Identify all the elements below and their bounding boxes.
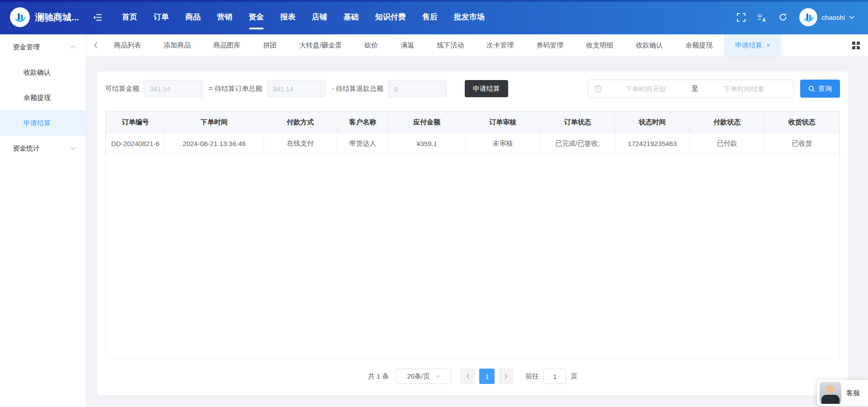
search-icon — [808, 85, 815, 92]
tab-label: 拼团 — [263, 41, 277, 50]
chevron-up-icon — [71, 45, 76, 49]
col-status-time: 状态时间 — [615, 112, 689, 133]
tab-card-pass[interactable]: 次卡管理 — [475, 34, 525, 56]
page-number-1[interactable]: 1 — [479, 369, 495, 384]
col-customer-name: 客户名称 — [337, 112, 388, 133]
nav-reports[interactable]: 报表 — [280, 0, 296, 34]
col-order-time: 下单时间 — [165, 112, 264, 133]
cell-order-status: 已完成/已签收; — [540, 133, 615, 154]
tab-label: 商品列表 — [114, 41, 141, 50]
refresh-icon[interactable] — [778, 13, 788, 22]
tab-offline-activity[interactable]: 线下活动 — [425, 34, 475, 56]
next-page-button[interactable] — [498, 369, 514, 384]
date-range-separator: 至 — [690, 85, 700, 93]
page: 澜驰商城... 首页 订单 商品 营销 资金 报表 店铺 基础 知识付费 售后 … — [0, 0, 868, 407]
tab-label: 收款确认 — [636, 41, 663, 50]
chevron-left-icon — [466, 374, 470, 379]
tab-label: 次卡管理 — [486, 41, 514, 50]
cell-order-time: 2024-08-21 13:36:46 — [165, 133, 264, 154]
pagination: 共 1 条 20条/页 1 前 — [105, 369, 840, 384]
cell-customer-name: 带货达人 — [337, 133, 388, 154]
order-time-end-input[interactable] — [700, 85, 788, 93]
date-range-picker[interactable]: 至 — [588, 80, 794, 98]
nav-shop[interactable]: 店铺 — [312, 0, 327, 34]
tab-goods-gallery[interactable]: 商品图库 — [202, 34, 252, 56]
tab-label: 收支明细 — [586, 41, 613, 50]
col-pay-method: 付款方式 — [264, 112, 337, 133]
order-time-start-input[interactable] — [602, 85, 690, 93]
cell-payment-status: 已付款 — [690, 133, 764, 154]
sidebar-group-funds-management[interactable]: 资金管理 — [0, 34, 86, 60]
col-delivery-status: 收货状态 — [764, 112, 840, 133]
cell-order-no: DD-20240821-6 — [106, 133, 165, 154]
sidebar-item-payment-confirm[interactable]: 收款确认 — [0, 60, 86, 85]
sidebar-item-balance-withdraw[interactable]: 余额提现 — [0, 85, 86, 110]
nav-orders[interactable]: 订单 — [154, 0, 169, 34]
sidebar-collapse-icon[interactable] — [93, 13, 102, 22]
app-title: 澜驰商城... — [35, 11, 79, 24]
tab-full-return[interactable]: 满返 — [389, 34, 425, 56]
cell-order-audit: 未审核 — [465, 133, 540, 154]
nav-knowledge-pay[interactable]: 知识付费 — [375, 0, 406, 34]
tab-add-goods[interactable]: 添加商品 — [152, 34, 202, 56]
tab-label: 添加商品 — [164, 41, 191, 50]
nav-basic[interactable]: 基础 — [344, 0, 359, 34]
fullscreen-icon[interactable] — [737, 13, 745, 22]
tab-coupon-code[interactable]: 券码管理 — [525, 34, 575, 56]
orders-table: 订单编号 下单时间 付款方式 客户名称 应付金额 订单审核 订单状态 状态时间 … — [106, 111, 840, 154]
tab-label: 大转盘/砸金蛋 — [299, 41, 342, 50]
tab-wheel-egg[interactable]: 大转盘/砸金蛋 — [288, 34, 353, 56]
customer-service-avatar — [820, 382, 841, 404]
page-size-value: 20条/页 — [407, 372, 430, 381]
nav-wholesale[interactable]: 批发市场 — [454, 0, 485, 34]
goto-label: 前往 — [525, 372, 539, 381]
tab-balance-withdraw[interactable]: 余额提现 — [674, 34, 724, 56]
goto-unit: 页 — [571, 372, 577, 381]
nav-aftersale[interactable]: 售后 — [422, 0, 438, 34]
username: chaoshi — [821, 14, 845, 21]
sidebar-item-label: 收款确认 — [24, 68, 51, 77]
tab-label: 余额提现 — [685, 41, 712, 50]
tab-income-expense[interactable]: 收支明细 — [575, 34, 624, 56]
nav-marketing[interactable]: 营销 — [217, 0, 232, 34]
language-switch-icon[interactable]: 中 A — [757, 13, 767, 22]
tabs-menu-grid-icon[interactable] — [852, 42, 860, 49]
settleable-amount-input — [144, 80, 203, 97]
tab-label: 商品图库 — [213, 41, 241, 50]
customer-service-widget[interactable]: 客服 — [817, 380, 868, 406]
page-size-select[interactable]: 20条/页 — [396, 369, 451, 384]
pending-order-total-input — [267, 80, 326, 97]
chevron-down-icon — [435, 375, 440, 378]
settleable-amount-label: 可结算金额 — [105, 85, 139, 93]
chevron-right-icon — [504, 374, 508, 379]
table-header-row: 订单编号 下单时间 付款方式 客户名称 应付金额 订单审核 订单状态 状态时间 … — [106, 112, 840, 133]
tabs-scroll-left-icon[interactable] — [89, 42, 103, 48]
nav-funds[interactable]: 资金 — [249, 0, 264, 34]
sidebar-item-apply-settlement[interactable]: 申请结算 — [0, 110, 86, 136]
nav-goods[interactable]: 商品 — [185, 0, 201, 34]
nav-home[interactable]: 首页 — [122, 0, 137, 34]
sidebar-group-funds-stats[interactable]: 资金统计 — [0, 136, 86, 161]
sidebar: 资金管理 收款确认 余额提现 申请结算 资金统计 — [0, 34, 86, 407]
apply-settlement-button[interactable]: 申请结算 — [465, 80, 508, 97]
svg-text:A: A — [762, 17, 766, 22]
col-order-status: 订单状态 — [540, 112, 615, 133]
tab-apply-settlement[interactable]: 申请结算 × — [724, 34, 781, 56]
top-navbar: 澜驰商城... 首页 订单 商品 营销 资金 报表 店铺 基础 知识付费 售后 … — [0, 0, 868, 34]
main-nav: 首页 订单 商品 营销 资金 报表 店铺 基础 知识付费 售后 批发市场 — [122, 0, 485, 34]
customer-service-label: 客服 — [846, 389, 860, 398]
tab-bargain[interactable]: 砍价 — [353, 34, 389, 56]
tab-payment-confirm[interactable]: 收款确认 — [624, 34, 674, 56]
navbar-actions: 中 A chaoshi — [737, 8, 854, 26]
tab-group-buy[interactable]: 拼团 — [252, 34, 288, 56]
col-payment-status: 付款状态 — [690, 112, 764, 133]
cell-status-time: 1724219235463 — [615, 133, 689, 154]
clock-icon — [594, 85, 602, 93]
close-icon[interactable]: × — [766, 42, 770, 48]
goto-page-input[interactable] — [543, 369, 566, 384]
tab-label: 申请结算 — [735, 41, 762, 50]
prev-page-button[interactable] — [460, 369, 476, 384]
query-button[interactable]: 查询 — [800, 80, 840, 98]
tab-goods-list[interactable]: 商品列表 — [103, 34, 152, 56]
user-menu[interactable]: chaoshi — [799, 8, 854, 26]
